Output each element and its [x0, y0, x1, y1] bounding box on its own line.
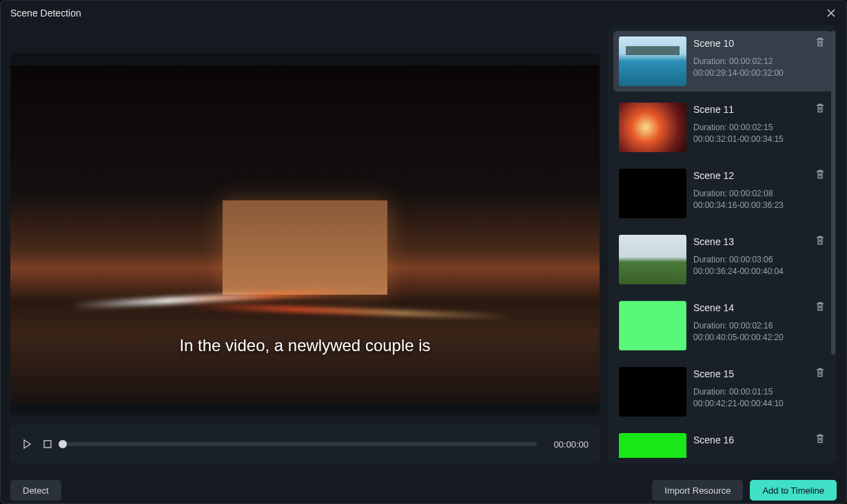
scene-scroll[interactable]: Scene 10 Duration: 00:00:02:12 00:00:29:… — [613, 31, 833, 458]
scene-duration: Duration: 00:00:01:15 — [693, 386, 827, 398]
scene-range: 00:00:36:24-00:00:40:04 — [693, 266, 827, 277]
scene-info: Scene 12 Duration: 00:00:02:08 00:00:34:… — [693, 169, 827, 218]
scene-range: 00:00:34:16-00:00:36:23 — [693, 200, 827, 211]
trash-icon[interactable] — [815, 169, 826, 180]
video-preview[interactable]: In the video, a newlywed couple is — [10, 53, 600, 415]
scene-thumbnail — [619, 433, 686, 458]
footer: Detect Import Resource Add to Timeline — [1, 473, 846, 503]
detect-button[interactable]: Detect — [10, 480, 61, 501]
trash-icon[interactable] — [815, 301, 826, 312]
playback-bar: 00:00:00 — [10, 425, 600, 463]
scene-detection-window: Scene Detection In the video, a newlywed… — [0, 0, 847, 504]
preview-frame: In the video, a newlywed couple is — [10, 65, 600, 403]
close-icon[interactable] — [826, 8, 837, 19]
trash-icon[interactable] — [815, 103, 826, 114]
scene-range: 00:00:42:21-00:00:44:10 — [693, 398, 827, 410]
scene-info: Scene 15 Duration: 00:00:01:15 00:00:42:… — [693, 367, 827, 417]
seek-thumb[interactable] — [59, 440, 67, 448]
play-icon[interactable] — [21, 439, 32, 450]
trash-icon[interactable] — [815, 367, 826, 378]
scene-name: Scene 15 — [693, 368, 827, 379]
trash-icon[interactable] — [815, 235, 826, 246]
scene-range: 00:00:29:14-00:00:32:00 — [693, 67, 827, 79]
scene-duration: Duration: 00:00:02:12 — [693, 56, 827, 67]
scene-name: Scene 11 — [693, 104, 827, 115]
scene-thumbnail — [619, 103, 686, 152]
scene-item[interactable]: Scene 15 Duration: 00:00:01:15 00:00:42:… — [613, 361, 833, 422]
playback-time: 00:00:00 — [553, 439, 589, 450]
scene-info: Scene 10 Duration: 00:00:02:12 00:00:29:… — [693, 36, 827, 86]
scene-range: 00:00:40:05-00:00:42:20 — [693, 332, 827, 344]
scene-info: Scene 16 — [693, 433, 827, 458]
scene-info: Scene 14 Duration: 00:00:02:16 00:00:40:… — [693, 301, 827, 350]
scene-name: Scene 10 — [693, 38, 827, 49]
svg-rect-0 — [44, 441, 51, 448]
scene-name: Scene 12 — [693, 170, 827, 181]
scene-item[interactable]: Scene 13 Duration: 00:00:03:06 00:00:36:… — [613, 229, 833, 290]
scene-item[interactable]: Scene 11 Duration: 00:00:02:15 00:00:32:… — [613, 97, 833, 158]
scene-range: 00:00:32:01-00:00:34:15 — [693, 134, 827, 145]
scene-duration: Duration: 00:00:02:16 — [693, 320, 827, 332]
scene-thumbnail — [619, 301, 686, 350]
scene-duration: Duration: 00:00:02:15 — [693, 122, 827, 134]
titlebar: Scene Detection — [1, 1, 846, 25]
scene-thumbnail — [619, 235, 686, 284]
scene-name: Scene 14 — [693, 302, 827, 313]
stop-icon[interactable] — [42, 439, 53, 450]
left-pane: In the video, a newlywed couple is 00:00… — [10, 25, 600, 463]
scene-item[interactable]: Scene 12 Duration: 00:00:02:08 00:00:34:… — [613, 163, 833, 224]
subtitle-text: In the video, a newlywed couple is — [10, 336, 600, 355]
scene-info: Scene 13 Duration: 00:00:03:06 00:00:36:… — [693, 235, 827, 284]
trash-icon[interactable] — [815, 36, 826, 48]
window-title: Scene Detection — [10, 8, 81, 19]
scene-thumbnail — [619, 169, 686, 218]
scene-thumbnail — [619, 36, 686, 86]
seek-slider[interactable] — [63, 442, 537, 446]
scene-item[interactable]: Scene 14 Duration: 00:00:02:16 00:00:40:… — [613, 295, 833, 356]
right-pane: Scene 10 Duration: 00:00:02:12 00:00:29:… — [608, 25, 837, 463]
trash-icon[interactable] — [815, 433, 826, 444]
add-to-timeline-button[interactable]: Add to Timeline — [750, 480, 837, 501]
import-resource-button[interactable]: Import Resource — [652, 480, 743, 501]
scene-name: Scene 13 — [693, 236, 827, 247]
scene-info: Scene 11 Duration: 00:00:02:15 00:00:32:… — [693, 103, 827, 152]
scene-item[interactable]: Scene 10 Duration: 00:00:02:12 00:00:29:… — [613, 31, 833, 92]
body: In the video, a newlywed couple is 00:00… — [1, 25, 846, 473]
scene-name: Scene 16 — [693, 434, 827, 445]
scene-duration: Duration: 00:00:02:08 — [693, 188, 827, 200]
scene-thumbnail — [619, 367, 686, 417]
scene-item[interactable]: Scene 16 — [613, 428, 833, 458]
scene-list: Scene 10 Duration: 00:00:02:12 00:00:29:… — [608, 25, 837, 463]
scrollbar[interactable] — [831, 31, 835, 355]
scene-duration: Duration: 00:00:03:06 — [693, 254, 827, 266]
